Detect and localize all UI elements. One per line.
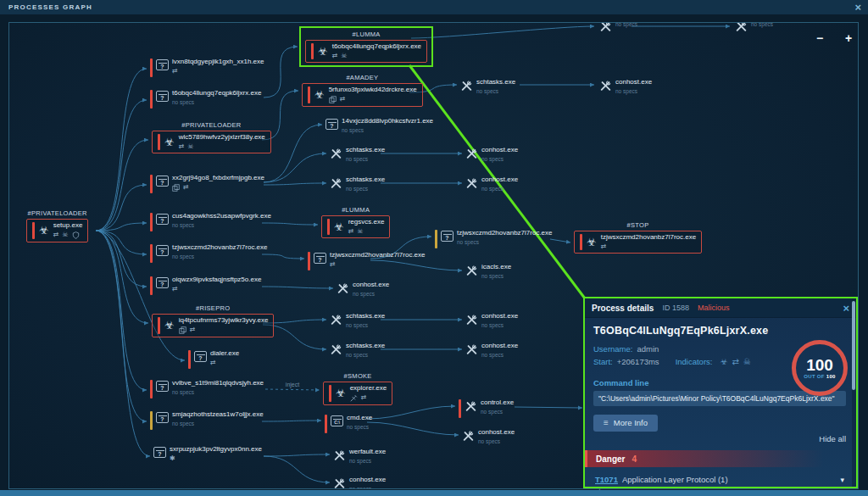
skull-icon: ☠: [357, 228, 363, 235]
group-label: #SMOKE: [323, 372, 392, 380]
username-label: Username:: [593, 344, 632, 354]
tools-icon: [465, 147, 478, 163]
process-node-conh-r2[interactable]: conhost.exeno specs: [465, 176, 518, 192]
window-icon: ?: [153, 447, 166, 458]
zoom-in-button[interactable]: +: [842, 31, 855, 45]
close-icon[interactable]: ×: [854, 0, 861, 14]
score-out-of-label: OUT OF: [804, 374, 824, 379]
group-label: #AMADEY: [302, 74, 423, 81]
process-node-risepro[interactable]: #RISEPRO☣iq4tpcufnrms73yjwlkr3yvy.exe⇄: [152, 304, 274, 337]
indicator-badges: ⇄: [179, 326, 269, 334]
group-label: #PRIVATELOADER: [152, 121, 271, 129]
process-node-lvxn8[interactable]: ?lvxn8tqdgyepjik1gxh_xx1h.exe⇄: [150, 59, 264, 77]
severity-bar: [150, 175, 153, 193]
process-node-oiqwzx[interactable]: ?oiqwzx9ipvksfaqjnsftpz5o.exe⇄: [150, 276, 261, 295]
process-name: conhost.exe: [349, 476, 386, 484]
no-specs-label: no specs: [346, 352, 385, 358]
biohazard-icon: ☣: [587, 237, 597, 248]
no-specs-label: no specs: [172, 222, 271, 228]
tools-icon: [330, 313, 342, 329]
process-name: schtasks.exe: [346, 176, 385, 184]
no-specs-label: no specs: [615, 88, 652, 94]
technique-row[interactable]: T1071 Application Layer Protocol (1) ▾: [593, 475, 846, 484]
process-name: schtasks.exe: [346, 313, 385, 320]
process-node-cmd[interactable]: C:\cmd.exeno specs: [325, 415, 372, 433]
process-node-sch4[interactable]: schtasks.exeno specs: [330, 343, 385, 359]
no-specs-label: no specs: [172, 389, 264, 395]
process-name: t6obqc4llungq7eqpk6ljxrx.exe: [332, 43, 421, 51]
window-icon: ?: [156, 91, 169, 102]
severity-bar: [150, 244, 153, 263]
process-node-wlc[interactable]: #PRIVATELOADER☣wlc5789hwfvz2yjxlzrf38y.e…: [152, 121, 271, 153]
chevron-down-icon[interactable]: ▾: [840, 476, 844, 484]
no-specs-label: no specs: [172, 99, 261, 105]
zoom-out-button[interactable]: −: [813, 31, 826, 45]
process-node-dialer[interactable]: ?dialer.exe⇄: [188, 350, 239, 369]
process-node-conh-r3[interactable]: conhost.exeno specs: [465, 313, 518, 329]
severity-bar: [150, 90, 153, 109]
process-node-t6obqc-child[interactable]: ?t6obqc4llungq7eqpk6ljxrx.exeno specs: [150, 90, 261, 109]
indicator-badges: ⇄: [350, 394, 387, 402]
process-node-vvlbve[interactable]: ?vvlbve_s1t9mi81qlqdvsjyh.exeno specs: [150, 380, 264, 398]
more-info-button[interactable]: ≡ More Info: [593, 415, 658, 432]
tools-icon: [465, 176, 478, 192]
process-name: tzjwsxczmd2hovanbz7l7roc.exe: [457, 230, 553, 237]
process-node-sch-am[interactable]: schtasks.exeno specs: [460, 79, 515, 95]
process-node-top1[interactable]: no specs: [599, 22, 637, 36]
process-node-conh-top[interactable]: conhost.exeno specs: [599, 79, 652, 95]
process-name: schtasks.exe: [346, 343, 385, 350]
process-name: conhost.exe: [615, 79, 652, 86]
process-node-amadey[interactable]: #AMADEY☣5rfunxo3fpxiwkd42drckre.exe⇄: [302, 74, 423, 107]
process-name: setup.exe: [53, 222, 83, 230]
process-node-sxrpuz[interactable]: ?sxrpuzpjuk3pv2ltgyvpx0nn.exe✱: [153, 446, 262, 462]
hide-all-link[interactable]: Hide all: [593, 434, 846, 443]
panel-scrollbar[interactable]: [852, 298, 856, 487]
process-name: tzjwsxczmd2hovanbz7l7roc.exe: [601, 234, 697, 242]
process-name: cus4agowkhss2usapwfpvgrk.exe: [172, 213, 271, 220]
process-node-werf[interactable]: werfault.exeno specs: [333, 449, 386, 465]
severity-bar: [308, 252, 310, 270]
process-node-tzj-c3[interactable]: ?tzjwsxczmd2hovanbz7l7roc.exe⇄: [308, 252, 426, 270]
process-node-control[interactable]: control.exeno specs: [459, 399, 514, 418]
process-node-tzj-y[interactable]: ?tzjwsxczmd2hovanbz7l7roc.exeno specs: [435, 230, 553, 248]
process-name: iq4tpcufnrms73yjwlkr3yvy.exe: [179, 317, 269, 325]
process-node-sch1[interactable]: schtasks.exeno specs: [330, 147, 385, 163]
arrows-icon: ⇄: [732, 357, 738, 366]
process-node-conh-mid[interactable]: conhost.exeno specs: [337, 281, 389, 298]
technique-id-link[interactable]: T1071: [595, 475, 618, 484]
panel-header: Process details ID 1588 Malicious ×: [585, 298, 856, 318]
process-node-smoke[interactable]: #SMOKE☣explorer.exe⇄: [323, 372, 392, 405]
process-node-smjaqz[interactable]: ?smjaqzhothstzeas1w7oljjx.exeno specs: [150, 411, 264, 430]
skull-icon: ☠: [743, 357, 751, 366]
process-node-tzj-c2[interactable]: ?tzjwsxczmd2hovanbz7l7roc.exeno specs: [150, 244, 268, 263]
scrollbar-thumb[interactable]: [852, 301, 855, 390]
username-value: admin: [637, 344, 659, 354]
process-node-icacls[interactable]: icacls.exeno specs: [465, 264, 511, 280]
process-node-conh-r5[interactable]: conhost.exeno specs: [462, 429, 515, 445]
process-node-sch2[interactable]: schtasks.exeno specs: [330, 176, 385, 192]
window-icon: ?: [156, 214, 169, 225]
panel-close-icon[interactable]: ×: [843, 302, 849, 315]
process-node-setup[interactable]: #PRIVATELOADER☣setup.exe⇄☠: [26, 209, 88, 242]
process-name: werfault.exe: [349, 449, 386, 456]
process-name: cmd.exe: [347, 415, 372, 422]
process-node-lumma2[interactable]: #LUMMA☣regsvcs.exe⇄☠: [321, 206, 390, 238]
window-icon: ?: [156, 381, 169, 392]
process-name: conhost.exe: [353, 281, 389, 289]
process-node-conh-r1[interactable]: conhost.exeno specs: [465, 147, 518, 163]
start-value: +206173ms: [617, 357, 659, 366]
process-exe-name: T6OBqC4lLuNgq7EqPk6LjxrX.exe: [593, 325, 846, 337]
process-node-cus4[interactable]: ?cus4agowkhss2usapwfpvgrk.exeno specs: [150, 213, 271, 231]
process-node-conh-r4[interactable]: conhost.exeno specs: [465, 343, 518, 359]
process-node-xx2grj[interactable]: ?xx2grj94go8_fxbdxrfmjpgb.exe⇄: [150, 175, 264, 193]
tools-icon: [460, 79, 473, 95]
danger-section-header[interactable]: Danger 4: [585, 450, 856, 467]
process-node-top2[interactable]: no specs: [735, 22, 773, 36]
process-node-sch3[interactable]: schtasks.exeno specs: [330, 313, 385, 329]
no-specs-label: no specs: [457, 239, 553, 245]
process-node-lumma-top[interactable]: #LUMMA☣t6obqc4llungq7eqpk6ljxrx.exe⇄☠: [299, 26, 433, 67]
process-node-14vx[interactable]: ?14vxjcz8dd8lvp0hkcsfvzr1.exeno specs: [326, 118, 433, 133]
process-node-stop[interactable]: #STOP☣tzjwsxczmd2hovanbz7l7roc.exe⇄: [574, 221, 702, 254]
process-node-conh-bot[interactable]: conhost.exeno specs: [333, 476, 386, 489]
indicator-badges: ⇄☠: [348, 228, 385, 235]
